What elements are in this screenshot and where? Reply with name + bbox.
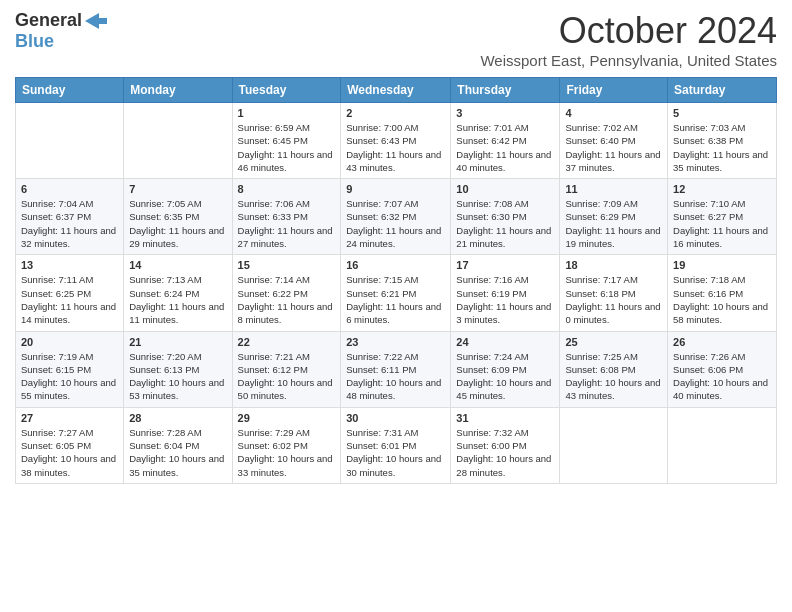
day-number: 8 — [238, 183, 336, 195]
day-number: 19 — [673, 259, 771, 271]
day-number: 2 — [346, 107, 445, 119]
table-row — [560, 407, 668, 483]
day-number: 27 — [21, 412, 118, 424]
day-number: 15 — [238, 259, 336, 271]
day-number: 9 — [346, 183, 445, 195]
location-title: Weissport East, Pennsylvania, United Sta… — [480, 52, 777, 69]
table-row: 28 Sunrise: 7:28 AMSunset: 6:04 PMDaylig… — [124, 407, 232, 483]
day-number: 20 — [21, 336, 118, 348]
day-info: Sunrise: 7:22 AMSunset: 6:11 PMDaylight:… — [346, 350, 445, 403]
svg-marker-0 — [85, 13, 107, 29]
day-number: 14 — [129, 259, 226, 271]
day-info: Sunrise: 7:02 AMSunset: 6:40 PMDaylight:… — [565, 121, 662, 174]
table-row: 26 Sunrise: 7:26 AMSunset: 6:06 PMDaylig… — [668, 331, 777, 407]
day-info: Sunrise: 7:01 AMSunset: 6:42 PMDaylight:… — [456, 121, 554, 174]
day-info: Sunrise: 7:09 AMSunset: 6:29 PMDaylight:… — [565, 197, 662, 250]
day-info: Sunrise: 7:29 AMSunset: 6:02 PMDaylight:… — [238, 426, 336, 479]
table-row: 22 Sunrise: 7:21 AMSunset: 6:12 PMDaylig… — [232, 331, 341, 407]
day-info: Sunrise: 7:06 AMSunset: 6:33 PMDaylight:… — [238, 197, 336, 250]
header-saturday: Saturday — [668, 78, 777, 103]
day-number: 12 — [673, 183, 771, 195]
day-info: Sunrise: 6:59 AMSunset: 6:45 PMDaylight:… — [238, 121, 336, 174]
day-info: Sunrise: 7:27 AMSunset: 6:05 PMDaylight:… — [21, 426, 118, 479]
day-number: 22 — [238, 336, 336, 348]
day-number: 6 — [21, 183, 118, 195]
table-row: 19 Sunrise: 7:18 AMSunset: 6:16 PMDaylig… — [668, 255, 777, 331]
page: General Blue October 2024 Weissport East… — [0, 0, 792, 612]
header-friday: Friday — [560, 78, 668, 103]
table-row: 21 Sunrise: 7:20 AMSunset: 6:13 PMDaylig… — [124, 331, 232, 407]
table-row: 23 Sunrise: 7:22 AMSunset: 6:11 PMDaylig… — [341, 331, 451, 407]
day-info: Sunrise: 7:25 AMSunset: 6:08 PMDaylight:… — [565, 350, 662, 403]
day-info: Sunrise: 7:11 AMSunset: 6:25 PMDaylight:… — [21, 273, 118, 326]
day-info: Sunrise: 7:19 AMSunset: 6:15 PMDaylight:… — [21, 350, 118, 403]
table-row: 30 Sunrise: 7:31 AMSunset: 6:01 PMDaylig… — [341, 407, 451, 483]
day-number: 31 — [456, 412, 554, 424]
day-info: Sunrise: 7:17 AMSunset: 6:18 PMDaylight:… — [565, 273, 662, 326]
table-row: 31 Sunrise: 7:32 AMSunset: 6:00 PMDaylig… — [451, 407, 560, 483]
day-info: Sunrise: 7:16 AMSunset: 6:19 PMDaylight:… — [456, 273, 554, 326]
day-info: Sunrise: 7:18 AMSunset: 6:16 PMDaylight:… — [673, 273, 771, 326]
table-row: 25 Sunrise: 7:25 AMSunset: 6:08 PMDaylig… — [560, 331, 668, 407]
day-info: Sunrise: 7:14 AMSunset: 6:22 PMDaylight:… — [238, 273, 336, 326]
day-number: 10 — [456, 183, 554, 195]
table-row: 3 Sunrise: 7:01 AMSunset: 6:42 PMDayligh… — [451, 103, 560, 179]
table-row: 13 Sunrise: 7:11 AMSunset: 6:25 PMDaylig… — [16, 255, 124, 331]
logo-general-text: General — [15, 10, 82, 31]
day-info: Sunrise: 7:05 AMSunset: 6:35 PMDaylight:… — [129, 197, 226, 250]
day-info: Sunrise: 7:31 AMSunset: 6:01 PMDaylight:… — [346, 426, 445, 479]
table-row: 27 Sunrise: 7:27 AMSunset: 6:05 PMDaylig… — [16, 407, 124, 483]
table-row: 1 Sunrise: 6:59 AMSunset: 6:45 PMDayligh… — [232, 103, 341, 179]
table-row: 8 Sunrise: 7:06 AMSunset: 6:33 PMDayligh… — [232, 179, 341, 255]
day-number: 25 — [565, 336, 662, 348]
table-row: 12 Sunrise: 7:10 AMSunset: 6:27 PMDaylig… — [668, 179, 777, 255]
header-monday: Monday — [124, 78, 232, 103]
day-info: Sunrise: 7:32 AMSunset: 6:00 PMDaylight:… — [456, 426, 554, 479]
month-title: October 2024 — [480, 10, 777, 52]
day-info: Sunrise: 7:28 AMSunset: 6:04 PMDaylight:… — [129, 426, 226, 479]
table-row: 16 Sunrise: 7:15 AMSunset: 6:21 PMDaylig… — [341, 255, 451, 331]
day-number: 29 — [238, 412, 336, 424]
table-row: 9 Sunrise: 7:07 AMSunset: 6:32 PMDayligh… — [341, 179, 451, 255]
header-sunday: Sunday — [16, 78, 124, 103]
day-number: 18 — [565, 259, 662, 271]
day-number: 28 — [129, 412, 226, 424]
table-row: 5 Sunrise: 7:03 AMSunset: 6:38 PMDayligh… — [668, 103, 777, 179]
table-row: 17 Sunrise: 7:16 AMSunset: 6:19 PMDaylig… — [451, 255, 560, 331]
logo-blue-text: Blue — [15, 31, 54, 51]
table-row: 18 Sunrise: 7:17 AMSunset: 6:18 PMDaylig… — [560, 255, 668, 331]
header-thursday: Thursday — [451, 78, 560, 103]
calendar-week-row: 1 Sunrise: 6:59 AMSunset: 6:45 PMDayligh… — [16, 103, 777, 179]
day-number: 24 — [456, 336, 554, 348]
table-row — [668, 407, 777, 483]
table-row: 29 Sunrise: 7:29 AMSunset: 6:02 PMDaylig… — [232, 407, 341, 483]
day-info: Sunrise: 7:03 AMSunset: 6:38 PMDaylight:… — [673, 121, 771, 174]
table-row: 10 Sunrise: 7:08 AMSunset: 6:30 PMDaylig… — [451, 179, 560, 255]
table-row: 11 Sunrise: 7:09 AMSunset: 6:29 PMDaylig… — [560, 179, 668, 255]
calendar-table: Sunday Monday Tuesday Wednesday Thursday… — [15, 77, 777, 484]
header-wednesday: Wednesday — [341, 78, 451, 103]
table-row: 14 Sunrise: 7:13 AMSunset: 6:24 PMDaylig… — [124, 255, 232, 331]
day-number: 26 — [673, 336, 771, 348]
logo: General Blue — [15, 10, 107, 52]
calendar-week-row: 6 Sunrise: 7:04 AMSunset: 6:37 PMDayligh… — [16, 179, 777, 255]
day-number: 30 — [346, 412, 445, 424]
title-area: October 2024 Weissport East, Pennsylvani… — [480, 10, 777, 69]
table-row: 4 Sunrise: 7:02 AMSunset: 6:40 PMDayligh… — [560, 103, 668, 179]
day-info: Sunrise: 7:04 AMSunset: 6:37 PMDaylight:… — [21, 197, 118, 250]
day-number: 1 — [238, 107, 336, 119]
day-number: 23 — [346, 336, 445, 348]
calendar-header-row: Sunday Monday Tuesday Wednesday Thursday… — [16, 78, 777, 103]
day-info: Sunrise: 7:24 AMSunset: 6:09 PMDaylight:… — [456, 350, 554, 403]
day-number: 11 — [565, 183, 662, 195]
day-info: Sunrise: 7:20 AMSunset: 6:13 PMDaylight:… — [129, 350, 226, 403]
day-number: 5 — [673, 107, 771, 119]
day-number: 17 — [456, 259, 554, 271]
day-info: Sunrise: 7:21 AMSunset: 6:12 PMDaylight:… — [238, 350, 336, 403]
table-row: 20 Sunrise: 7:19 AMSunset: 6:15 PMDaylig… — [16, 331, 124, 407]
calendar-week-row: 27 Sunrise: 7:27 AMSunset: 6:05 PMDaylig… — [16, 407, 777, 483]
day-info: Sunrise: 7:08 AMSunset: 6:30 PMDaylight:… — [456, 197, 554, 250]
day-info: Sunrise: 7:13 AMSunset: 6:24 PMDaylight:… — [129, 273, 226, 326]
day-number: 3 — [456, 107, 554, 119]
table-row: 24 Sunrise: 7:24 AMSunset: 6:09 PMDaylig… — [451, 331, 560, 407]
